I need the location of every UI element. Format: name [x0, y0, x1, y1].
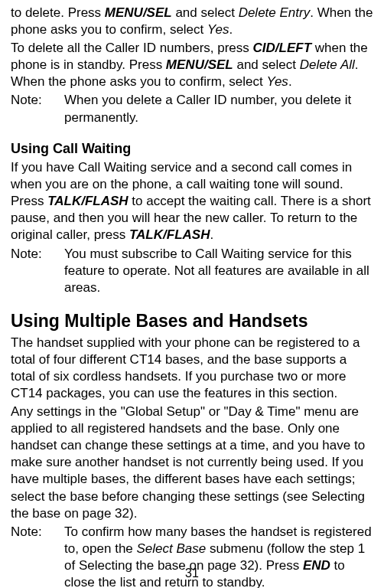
- note-text: When you delete a Caller ID number, you …: [64, 92, 373, 126]
- key-talk-flash: TALK/FLASH: [129, 227, 210, 242]
- paragraph-multiple-bases-intro: The handset supplied with your phone can…: [11, 335, 373, 402]
- note-call-waiting: Note: You must subscribe to Call Waiting…: [11, 246, 373, 296]
- text: .: [210, 227, 213, 242]
- text: and select: [233, 57, 300, 72]
- key-cid-left: CID/LEFT: [253, 41, 312, 55]
- note-label: Note:: [11, 246, 64, 296]
- page-content: to delete. Press MENU/SEL and select Del…: [11, 5, 373, 588]
- menu-delete-all: Delete All: [300, 57, 355, 72]
- text: and select: [172, 5, 239, 20]
- note-label: Note:: [11, 92, 64, 126]
- paragraph-call-waiting: If you have Call Waiting service and a s…: [11, 159, 373, 243]
- note-text: You must subscribe to Call Waiting servi…: [64, 246, 373, 296]
- text: .: [288, 74, 292, 89]
- paragraph-global-setup: Any settings in the "Global Setup" or "D…: [11, 403, 373, 522]
- option-yes: Yes: [207, 22, 229, 37]
- heading-call-waiting: Using Call Waiting: [11, 140, 373, 158]
- menu-select-base: Select Base: [137, 541, 207, 556]
- text: To delete all the Caller ID numbers, pre…: [11, 41, 253, 55]
- option-yes: Yes: [267, 74, 288, 89]
- key-menu-sel: MENU/SEL: [105, 5, 172, 20]
- menu-delete-entry: Delete Entry: [239, 5, 311, 20]
- paragraph-delete-entry: to delete. Press MENU/SEL and select Del…: [11, 5, 373, 38]
- key-menu-sel: MENU/SEL: [166, 57, 233, 72]
- note-delete-permanent: Note: When you delete a Caller ID number…: [11, 92, 373, 126]
- paragraph-delete-all: To delete all the Caller ID numbers, pre…: [11, 40, 373, 90]
- text: to delete. Press: [11, 5, 105, 20]
- heading-multiple-bases: Using Multiple Bases and Handsets: [11, 310, 373, 333]
- text: .: [229, 22, 233, 37]
- key-talk-flash: TALK/FLASH: [47, 194, 128, 208]
- page-number: 31: [0, 566, 384, 582]
